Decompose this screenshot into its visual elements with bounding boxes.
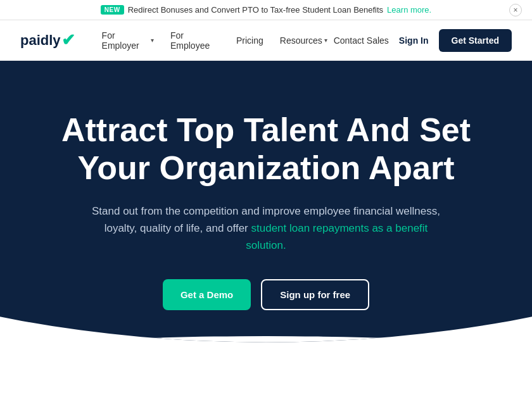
nav-item-employer[interactable]: For Employer ▾ — [96, 25, 160, 56]
hero-section: Attract Top Talent And Set Your Organiza… — [0, 61, 532, 373]
banner-close-button[interactable]: × — [509, 4, 522, 16]
section-title: Create Competitive Differentiation — [25, 411, 507, 414]
nav-employee-label: For Employee — [170, 30, 220, 51]
chevron-down-icon-resources: ▾ — [324, 37, 327, 44]
nav-right: Contact Sales Sign In Get Started — [334, 29, 512, 52]
banner-text: Redirect Bonuses and Convert PTO to Tax-… — [128, 5, 383, 15]
hero-subtitle-link[interactable]: student loan repayments as a benefit sol… — [246, 222, 428, 251]
hero-buttons: Get a Demo Sign up for free — [163, 279, 369, 310]
nav-links: For Employer ▾ For Employee Pricing Reso… — [96, 25, 334, 56]
nav-employer-label: For Employer — [102, 30, 149, 51]
sign-in-link[interactable]: Sign In — [399, 35, 429, 46]
get-demo-button[interactable]: Get a Demo — [163, 279, 251, 310]
logo[interactable]: paidly✔ — [20, 30, 75, 50]
nav-item-pricing[interactable]: Pricing — [230, 30, 270, 51]
navbar: paidly✔ For Employer ▾ For Employee Pric… — [0, 20, 532, 61]
nav-pricing-label: Pricing — [236, 35, 263, 46]
hero-title: Attract Top Talent And Set Your Organiza… — [38, 111, 494, 187]
chevron-down-icon: ▾ — [151, 37, 154, 44]
sign-up-button[interactable]: Sign up for free — [261, 279, 369, 310]
nav-item-employee[interactable]: For Employee — [164, 25, 226, 56]
get-started-button[interactable]: Get Started — [439, 29, 512, 52]
nav-resources-label: Resources — [280, 35, 322, 46]
hero-subtitle: Stand out from the competition and impro… — [89, 203, 443, 254]
logo-text: paidly — [20, 32, 61, 49]
banner-link[interactable]: Learn more. — [387, 5, 431, 15]
logo-check-icon: ✔ — [61, 30, 75, 50]
contact-sales-link[interactable]: Contact Sales — [334, 35, 389, 46]
announcement-banner: NEW Redirect Bonuses and Convert PTO to … — [0, 0, 532, 20]
nav-item-resources[interactable]: Resources ▾ — [274, 30, 334, 51]
below-hero-section: Create Competitive Differentiation In ju… — [0, 373, 532, 414]
new-badge: NEW — [101, 5, 124, 15]
